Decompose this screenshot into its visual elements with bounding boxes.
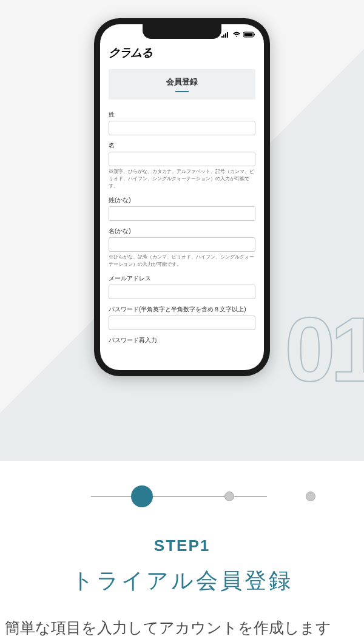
last-name-kana-label: 姓(かな) xyxy=(109,196,255,204)
password-confirm-label: パスワード再入力 xyxy=(109,336,255,345)
step-number-large: 01 xyxy=(285,297,364,402)
last-name-input[interactable] xyxy=(109,121,255,135)
form-title: 会員登録 xyxy=(116,76,248,87)
step-description: 簡単な項目を入力してアカウントを作成します xyxy=(0,615,364,640)
battery-icon xyxy=(243,32,255,38)
first-name-kana-label: 名(かな) xyxy=(109,227,255,235)
bottom-section: STEP1 トライアル会員登録 簡単な項目を入力してアカウントを作成します xyxy=(0,461,364,640)
wifi-icon xyxy=(232,32,241,38)
phone-notch xyxy=(143,24,221,39)
first-name-kana-input[interactable] xyxy=(109,237,255,252)
step-dot-2 xyxy=(224,492,234,501)
svg-rect-3 xyxy=(227,32,228,38)
svg-rect-1 xyxy=(223,35,224,38)
stepper xyxy=(0,485,364,507)
last-name-kana-input[interactable] xyxy=(109,206,255,221)
kana-hint: ※ひらがな、記号（カンマ、ピリオド、ハイフン、シングルクォーテーション）の入力が… xyxy=(109,254,255,268)
step-title: トライアル会員登録 xyxy=(0,566,364,596)
name-hint: ※漢字、ひらがな、カタカナ、アルファベット、記号（カンマ、ピリオド、ハイフン、シ… xyxy=(109,168,255,190)
app-logo: クラムる xyxy=(109,45,255,61)
step-line xyxy=(91,496,267,497)
first-name-input[interactable] xyxy=(109,152,255,166)
title-underline xyxy=(175,91,189,92)
step-label: STEP1 xyxy=(0,536,364,555)
step-dot-1 xyxy=(131,485,153,507)
svg-rect-0 xyxy=(221,36,223,38)
app-content: クラムる 会員登録 姓 名 ※漢字、ひらがな、カタカナ、アルファベット、記号（カ… xyxy=(100,41,264,370)
last-name-label: 姓 xyxy=(109,110,255,119)
first-name-label: 名 xyxy=(109,141,255,150)
phone-screen: クラムる 会員登録 姓 名 ※漢字、ひらがな、カタカナ、アルファベット、記号（カ… xyxy=(100,24,264,370)
phone-mockup: クラムる 会員登録 姓 名 ※漢字、ひらがな、カタカナ、アルファベット、記号（カ… xyxy=(94,18,270,376)
password-label: パスワード(半角英字と半角数字を含め８文字以上) xyxy=(109,305,255,314)
step-dot-3 xyxy=(306,492,315,501)
email-label: メールアドレス xyxy=(109,274,255,283)
phone-frame: クラムる 会員登録 姓 名 ※漢字、ひらがな、カタカナ、アルファベット、記号（カ… xyxy=(94,18,270,376)
signal-icon xyxy=(221,32,230,38)
password-input[interactable] xyxy=(109,316,255,330)
svg-rect-6 xyxy=(254,34,255,36)
svg-rect-5 xyxy=(244,33,253,36)
email-input[interactable] xyxy=(109,285,255,299)
form-header: 会員登録 xyxy=(109,69,255,100)
svg-rect-2 xyxy=(225,33,226,38)
